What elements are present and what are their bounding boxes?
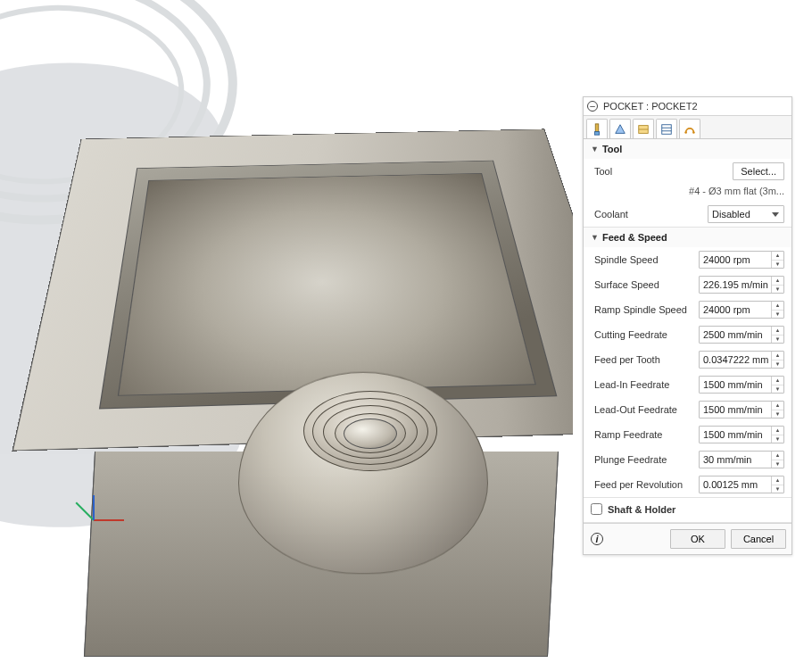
svg-rect-4 — [662, 124, 672, 134]
tab-tool[interactable] — [586, 119, 608, 138]
panel-titlebar[interactable]: – POCKET : POCKET2 — [584, 97, 791, 116]
disclosure-triangle-icon: ▼ — [591, 233, 599, 242]
feed-row-label: Ramp Feedrate — [594, 429, 662, 440]
info-icon[interactable]: i — [591, 533, 603, 545]
feed-row-label: Lead-In Feedrate — [594, 379, 669, 390]
section-tool-header[interactable]: ▼ Tool — [584, 139, 791, 159]
feed-row: Feed per Tooth▲▼ — [584, 347, 791, 372]
spinner[interactable]: ▲▼ — [771, 452, 783, 468]
spin-up-icon[interactable]: ▲ — [772, 477, 783, 485]
spinner[interactable]: ▲▼ — [771, 252, 783, 268]
spin-down-icon[interactable]: ▼ — [772, 460, 783, 468]
spin-up-icon[interactable]: ▲ — [772, 427, 783, 435]
feed-row-label: Lead-Out Feedrate — [594, 404, 677, 415]
tab-linking[interactable] — [679, 119, 700, 138]
spin-down-icon[interactable]: ▼ — [772, 385, 783, 394]
disclosure-triangle-icon: ▼ — [591, 145, 599, 153]
tool-select-button[interactable]: Select... — [733, 162, 784, 180]
section-shaft-holder: Shaft & Holder — [584, 498, 791, 523]
spin-up-icon[interactable]: ▲ — [772, 277, 783, 286]
collapse-icon[interactable]: – — [587, 101, 598, 112]
model-viewport[interactable] — [0, 0, 573, 663]
feed-row-label: Ramp Spindle Speed — [594, 304, 687, 315]
svg-point-8 — [692, 131, 695, 134]
panel-footer: i OK Cancel — [584, 523, 791, 554]
spin-down-icon[interactable]: ▼ — [772, 435, 783, 443]
section-tool: ▼ Tool Tool Select... #4 - Ø3 mm flat (3… — [584, 139, 791, 228]
tool-label: Tool — [594, 166, 612, 177]
feed-row: Surface Speed▲▼ — [584, 272, 791, 297]
coolant-label: Coolant — [594, 209, 628, 220]
coolant-select[interactable]: Disabled — [708, 205, 784, 223]
spinner[interactable]: ▲▼ — [771, 277, 783, 293]
origin-triad-icon — [94, 493, 129, 528]
panel-tabbar — [584, 116, 791, 139]
stock-block — [82, 134, 546, 625]
spin-down-icon[interactable]: ▼ — [772, 336, 783, 344]
coolant-value: Disabled — [712, 209, 750, 220]
tab-heights[interactable] — [633, 119, 654, 138]
feed-row-label: Feed per Revolution — [594, 479, 683, 490]
svg-rect-1 — [594, 131, 599, 135]
spin-up-icon[interactable]: ▲ — [772, 377, 783, 385]
feed-row: Feed per Revolution▲▼ — [584, 472, 791, 497]
feed-row-label: Surface Speed — [594, 279, 659, 290]
spin-down-icon[interactable]: ▼ — [772, 261, 783, 269]
section-feed-header[interactable]: ▼ Feed & Speed — [584, 228, 791, 247]
tool-description: #4 - Ø3 mm flat (3m... — [584, 184, 791, 202]
spin-up-icon[interactable]: ▲ — [772, 327, 783, 336]
spinner[interactable]: ▲▼ — [771, 427, 783, 443]
spin-up-icon[interactable]: ▲ — [772, 302, 783, 311]
operation-panel: – POCKET : POCKET2 ▼ Tool Tool Select...… — [583, 96, 792, 555]
feed-row: Cutting Feedrate▲▼ — [584, 322, 791, 347]
spin-up-icon[interactable]: ▲ — [772, 452, 783, 460]
spinner[interactable]: ▲▼ — [771, 352, 783, 368]
spin-up-icon[interactable]: ▲ — [772, 402, 783, 410]
spin-down-icon[interactable]: ▼ — [772, 410, 783, 419]
ok-button[interactable]: OK — [670, 529, 725, 549]
cancel-button[interactable]: Cancel — [731, 529, 786, 549]
svg-point-7 — [684, 131, 687, 134]
spin-up-icon[interactable]: ▲ — [772, 252, 783, 261]
feed-row: Spindle Speed▲▼ — [584, 247, 791, 272]
feed-row-label: Cutting Feedrate — [594, 329, 667, 340]
spinner[interactable]: ▲▼ — [771, 402, 783, 418]
spin-down-icon[interactable]: ▼ — [772, 361, 783, 369]
feed-row: Lead-Out Feedrate▲▼ — [584, 397, 791, 422]
tab-passes[interactable] — [656, 119, 677, 138]
shaft-holder-checkbox[interactable] — [591, 503, 602, 515]
spinner[interactable]: ▲▼ — [771, 302, 783, 318]
shaft-holder-label: Shaft & Holder — [608, 504, 675, 515]
feed-row-label: Plunge Feedrate — [594, 454, 667, 465]
spinner[interactable]: ▲▼ — [771, 477, 783, 493]
spinner[interactable]: ▲▼ — [771, 327, 783, 343]
section-feed-speed: ▼ Feed & Speed Spindle Speed▲▼Surface Sp… — [584, 228, 791, 498]
section-tool-heading: Tool — [602, 144, 622, 154]
spin-down-icon[interactable]: ▼ — [772, 286, 783, 294]
feed-row: Plunge Feedrate▲▼ — [584, 447, 791, 472]
spin-down-icon[interactable]: ▼ — [772, 485, 783, 493]
svg-rect-0 — [595, 123, 599, 131]
panel-title-text: POCKET : POCKET2 — [603, 101, 698, 112]
feed-row-label: Feed per Tooth — [594, 354, 660, 365]
spinner[interactable]: ▲▼ — [771, 377, 783, 393]
feed-row: Lead-In Feedrate▲▼ — [584, 372, 791, 397]
feed-row: Ramp Spindle Speed▲▼ — [584, 297, 791, 322]
feed-row: Ramp Feedrate▲▼ — [584, 422, 791, 447]
spin-up-icon[interactable]: ▲ — [772, 352, 783, 361]
tab-geometry[interactable] — [609, 119, 631, 138]
spin-down-icon[interactable]: ▼ — [772, 311, 783, 319]
section-feed-heading: Feed & Speed — [602, 232, 667, 243]
feed-row-label: Spindle Speed — [594, 254, 659, 265]
